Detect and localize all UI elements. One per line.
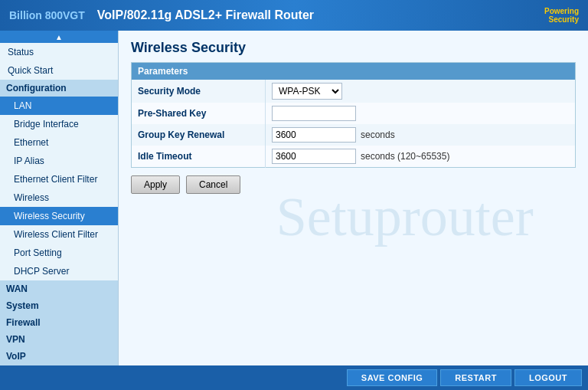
button-row: Apply Cancel [131, 175, 576, 194]
watermark: Setuprouter [276, 185, 534, 248]
header: Billion 800VGT VoIP/802.11g ADSL2+ Firew… [0, 0, 588, 31]
sidebar-item-quick-start[interactable]: Quick Start [0, 61, 118, 80]
pre-shared-key-label: Pre-Shared Key [132, 103, 266, 124]
sidebar-item-bridge-interface[interactable]: Bridge Interface [0, 115, 118, 133]
page-content: Wireless Security Parameters Security Mo… [131, 40, 576, 194]
sidebar: ▲ Status Quick Start Configuration LAN B… [0, 31, 119, 390]
sidebar-item-wireless-client-filter[interactable]: Wireless Client Filter [0, 225, 118, 244]
main-layout: ▲ Status Quick Start Configuration LAN B… [0, 31, 588, 390]
sidebar-item-status[interactable]: Status [0, 43, 118, 61]
idle-timeout-input[interactable] [272, 149, 356, 164]
header-tagline: Powering Security [544, 7, 579, 24]
sidebar-scroll-up[interactable]: ▲ [0, 31, 118, 43]
idle-timeout-label: Idle Timeout [132, 146, 266, 168]
sidebar-item-vpn[interactable]: VPN [0, 331, 118, 348]
sidebar-item-lan[interactable]: LAN [0, 97, 118, 115]
params-table: Parameters Security Mode WPA-PSK WPA2-PS… [131, 62, 576, 168]
pre-shared-key-value [266, 103, 575, 124]
table-row: Idle Timeout seconds (120~65535) [132, 146, 576, 168]
content-area: Setuprouter Wireless Security Parameters… [119, 31, 588, 390]
cancel-button[interactable]: Cancel [186, 175, 240, 194]
security-mode-select[interactable]: WPA-PSK WPA2-PSK None WEP [272, 83, 342, 100]
sidebar-item-dhcp-server[interactable]: DHCP Server [0, 262, 118, 280]
sidebar-item-configuration[interactable]: Configuration [0, 80, 118, 97]
sidebar-item-ethernet[interactable]: Ethernet [0, 133, 118, 152]
security-mode-value: WPA-PSK WPA2-PSK None WEP [266, 80, 575, 103]
sidebar-item-ethernet-client-filter[interactable]: Ethernet Client Filter [0, 170, 118, 188]
idle-timeout-value: seconds (120~65535) [266, 146, 575, 167]
apply-button[interactable]: Apply [131, 175, 180, 194]
sidebar-item-wan[interactable]: WAN [0, 280, 118, 297]
params-header: Parameters [132, 63, 576, 80]
group-key-renewal-label: Group Key Renewal [132, 124, 266, 146]
sidebar-item-system[interactable]: System [0, 297, 118, 314]
group-key-renewal-input[interactable] [272, 127, 356, 143]
table-row: Security Mode WPA-PSK WPA2-PSK None WEP [132, 80, 576, 103]
table-row: Pre-Shared Key [132, 103, 576, 124]
sidebar-item-voip[interactable]: VoIP [0, 348, 118, 365]
brand-name: Billion 800VGT [9, 9, 85, 21]
sidebar-item-port-setting[interactable]: Port Setting [0, 244, 118, 262]
sidebar-item-wireless[interactable]: Wireless [0, 188, 118, 207]
table-row: Group Key Renewal seconds [132, 124, 576, 146]
pre-shared-key-input[interactable] [272, 106, 356, 121]
sidebar-item-firewall[interactable]: Firewall [0, 314, 118, 331]
sidebar-item-wireless-security[interactable]: Wireless Security [0, 207, 118, 225]
security-mode-label: Security Mode [132, 80, 266, 103]
group-key-renewal-value: seconds [266, 124, 575, 146]
page-title: Wireless Security [131, 40, 576, 56]
logout-button[interactable]: LOGOUT [514, 369, 582, 386]
page-header-title: VoIP/802.11g ADSL2+ Firewall Router [97, 8, 544, 22]
sidebar-item-ip-alias[interactable]: IP Alias [0, 152, 118, 170]
restart-button[interactable]: RESTART [440, 369, 511, 386]
bottom-bar: SAVE CONFIG RESTART LOGOUT [0, 365, 588, 390]
idle-timeout-unit: seconds (120~65535) [361, 151, 449, 162]
save-config-button[interactable]: SAVE CONFIG [347, 369, 437, 386]
group-key-renewal-unit: seconds [361, 129, 395, 140]
